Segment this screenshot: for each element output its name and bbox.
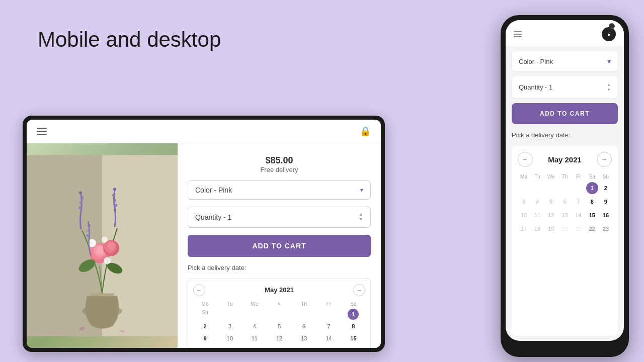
phone-hamburger-icon[interactable] xyxy=(514,31,522,37)
phone-cal-day-11[interactable]: 11 xyxy=(531,209,543,221)
cal-header-sa: Sa xyxy=(342,300,365,308)
phone-screen: ● Color - Pink ▾ Quantity - 1 ▲ ▼ ADD TO… xyxy=(506,20,624,341)
price-area: $85.00 Free delivery xyxy=(188,155,371,173)
phone-color-select[interactable]: Color - Pink ▾ xyxy=(512,51,618,71)
cal-day-13[interactable]: 13 xyxy=(298,333,309,344)
cal-day-1[interactable]: 1 xyxy=(348,309,359,320)
quantity-select[interactable]: Quantity - 1 ▲ ▼ xyxy=(188,207,371,228)
phone-cal-day-14[interactable]: 14 xyxy=(573,209,585,221)
phone-cal-day-19[interactable]: 19 xyxy=(545,223,557,235)
phone-cal-day-21[interactable]: 21 xyxy=(573,223,585,235)
svg-point-25 xyxy=(87,234,89,237)
color-select[interactable]: Color - Pink ▾ xyxy=(188,180,371,200)
phone-cal-prev-button[interactable]: ← xyxy=(518,152,533,167)
cal-header-d: d xyxy=(267,300,291,308)
phone-cal-header-we: We xyxy=(545,173,557,180)
page-title: Mobile and desktop xyxy=(38,28,221,52)
color-chevron-down-icon: ▾ xyxy=(360,187,363,194)
cal-day-11[interactable]: 11 xyxy=(249,333,260,344)
phone-cal-day-3[interactable]: 3 xyxy=(518,196,530,208)
phone-cal-day-16[interactable]: 16 xyxy=(600,209,612,221)
svg-point-7 xyxy=(79,192,82,195)
cal-day-10[interactable]: 10 xyxy=(224,333,235,344)
phone-camera-button[interactable]: ● xyxy=(602,27,616,41)
cal-header-fr: Fr xyxy=(317,300,341,308)
cal-day-4[interactable]: 4 xyxy=(249,321,260,332)
cal-day-8[interactable]: 8 xyxy=(348,321,359,332)
cal-day-15[interactable]: 15 xyxy=(348,333,359,344)
cal-day-7[interactable]: 7 xyxy=(323,321,334,332)
svg-point-10 xyxy=(112,194,115,197)
lock-icon: 🔒 xyxy=(360,126,371,137)
cal-header-th: Th xyxy=(292,300,316,308)
cal-day-16[interactable]: 16 xyxy=(200,345,211,348)
cal-day-22[interactable]: 22 xyxy=(348,345,359,348)
quantity-select-label: Quantity - 1 xyxy=(195,213,231,221)
cal-day-21[interactable]: 21 xyxy=(323,345,334,348)
cal-day-19[interactable]: 19 xyxy=(274,345,285,348)
cal-day-3[interactable]: 3 xyxy=(224,321,235,332)
tablet-product-info: $85.00 Free delivery Color - Pink ▾ Quan… xyxy=(178,143,381,348)
add-to-cart-button[interactable]: ADD TO CART xyxy=(188,235,371,257)
phone-frame: ● Color - Pink ▾ Quantity - 1 ▲ ▼ ADD TO… xyxy=(501,15,629,357)
svg-point-20 xyxy=(102,237,108,243)
cal-day-9[interactable]: 9 xyxy=(200,333,211,344)
phone-cal-day-10[interactable]: 10 xyxy=(518,209,530,221)
cal-header-we: We xyxy=(243,300,266,308)
phone-header: ● xyxy=(506,20,624,46)
phone-cal-month-label: May 2021 xyxy=(548,155,582,164)
phone-cal-day-1[interactable]: 1 xyxy=(586,182,598,194)
cal-day-20[interactable]: 20 xyxy=(298,345,309,348)
phone-cal-day-6[interactable]: 6 xyxy=(558,196,571,208)
cal-day-6[interactable]: 6 xyxy=(298,321,309,332)
cal-day-17[interactable]: 17 xyxy=(224,345,235,348)
phone-cal-day-5[interactable]: 5 xyxy=(545,196,557,208)
phone-quantity-spinner-icon: ▲ ▼ xyxy=(607,82,611,92)
phone-camera-circle xyxy=(609,23,615,29)
phone-cal-header-su: Su xyxy=(600,173,612,180)
phone-cal-day-22[interactable]: 22 xyxy=(586,223,598,235)
phone-cal-day-23[interactable]: 23 xyxy=(600,223,612,235)
phone-cal-header-fr: Fr xyxy=(573,173,585,180)
phone-calendar-header: ← May 2021 → xyxy=(518,152,612,167)
tablet-body: $85.00 Free delivery Color - Pink ▾ Quan… xyxy=(27,143,381,348)
phone-cal-day-18[interactable]: 18 xyxy=(531,223,543,235)
phone-cal-day-8[interactable]: 8 xyxy=(586,196,598,208)
phone-cal-day-15[interactable]: 15 xyxy=(586,209,598,221)
phone-quantity-select[interactable]: Quantity - 1 ▲ ▼ xyxy=(512,76,618,98)
phone-cal-day-9[interactable]: 9 xyxy=(600,196,612,208)
phone-cal-day-2[interactable]: 2 xyxy=(600,182,612,194)
svg-point-6 xyxy=(80,197,84,200)
cal-day-18[interactable]: 18 xyxy=(249,345,260,348)
calendar-next-button[interactable]: → xyxy=(353,284,365,296)
phone-cal-day-20[interactable]: 20 xyxy=(558,223,571,235)
free-delivery-text: Free delivery xyxy=(188,166,371,173)
phone-cal-day-12[interactable]: 12 xyxy=(545,209,557,221)
hamburger-menu-icon[interactable] xyxy=(37,128,47,135)
cal-day-14[interactable]: 14 xyxy=(323,333,334,344)
phone-color-label: Color - Pink xyxy=(519,58,553,65)
svg-point-8 xyxy=(113,199,116,202)
cal-day-5[interactable]: 5 xyxy=(274,321,285,332)
svg-point-9 xyxy=(114,204,117,207)
calendar-widget: ← May 2021 → Mo Tu We d Th Fr Sa Su xyxy=(188,279,371,348)
phone-cal-day-13[interactable]: 13 xyxy=(558,209,571,221)
svg-point-18 xyxy=(107,242,115,250)
phone-cal-day-17[interactable]: 17 xyxy=(518,223,530,235)
phone-cal-day-7[interactable]: 7 xyxy=(573,196,585,208)
phone-add-to-cart-button[interactable]: ADD TO CART xyxy=(512,103,618,124)
price-text: $85.00 xyxy=(188,155,371,166)
tablet-screen: 🔒 xyxy=(27,120,381,348)
svg-point-11 xyxy=(113,188,116,191)
cal-day-12[interactable]: 12 xyxy=(274,333,285,344)
phone-color-chevron-icon: ▾ xyxy=(607,57,611,65)
svg-point-15 xyxy=(96,246,104,254)
calendar-prev-button[interactable]: ← xyxy=(193,284,205,296)
phone-cal-next-button[interactable]: → xyxy=(597,152,612,167)
tablet-frame: 🔒 xyxy=(23,116,385,352)
cal-header-mo: Mo xyxy=(193,300,217,308)
phone-cal-day-4[interactable]: 4 xyxy=(531,196,543,208)
cal-day-2[interactable]: 2 xyxy=(200,321,211,332)
svg-point-4 xyxy=(79,202,83,205)
cal-header-tu: Tu xyxy=(218,300,242,308)
